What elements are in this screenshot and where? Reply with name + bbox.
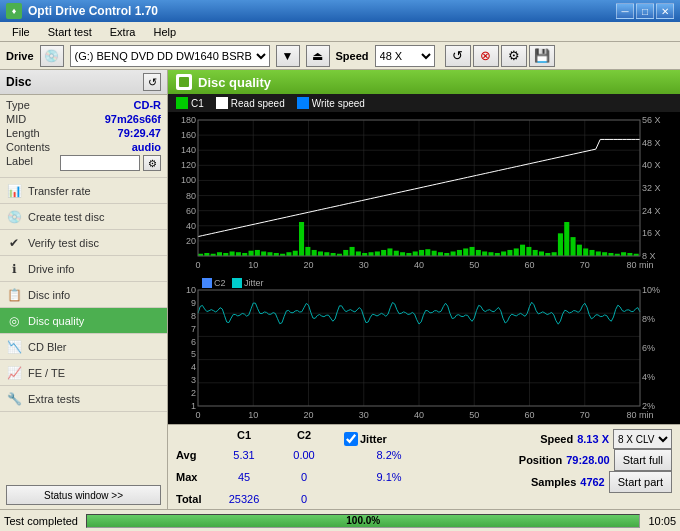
close-button[interactable]: ✕ xyxy=(656,3,674,19)
status-progress-container: 100.0% xyxy=(86,514,640,528)
disc-label-button[interactable]: ⚙ xyxy=(143,155,161,171)
sidebar-item-drive-info[interactable]: ℹ Drive info xyxy=(0,256,167,282)
stats-area: C1 C2 Jitter Speed 8.13 X 8 X CLV Avg 5.… xyxy=(168,424,680,509)
left-panel: Disc ↺ Type CD-R MID 97m26s66f Length 79… xyxy=(0,70,168,509)
verify-test-disc-icon: ✔ xyxy=(6,235,22,251)
drive-eject-button[interactable]: ⏏ xyxy=(306,45,330,67)
status-bar: Test completed 100.0% 10:05 xyxy=(0,509,680,531)
speed-stat-value: 8.13 X xyxy=(577,433,609,445)
disc-header: Disc ↺ xyxy=(0,70,167,95)
drive-icon-button[interactable]: 💿 xyxy=(40,45,64,67)
sidebar-item-cd-bler[interactable]: 📉 CD Bler xyxy=(0,334,167,360)
sidebar-item-fe-te[interactable]: 📈 FE / TE xyxy=(0,360,167,386)
stats-max-row: Max 45 0 9.1% Samples 4762 Start part xyxy=(174,471,674,493)
drive-select[interactable]: (G:) BENQ DVD DD DW1640 BSRB xyxy=(70,45,270,67)
save-icon-button[interactable]: 💾 xyxy=(529,45,555,67)
speed-label: Speed xyxy=(336,50,369,62)
stats-samples-container: Samples 4762 Start part xyxy=(434,471,672,493)
stats-position-container: Position 79:28.00 Start full xyxy=(434,449,672,471)
stats-total-c1: 25326 xyxy=(214,493,274,505)
chart-legend: C1 Read speed Write speed xyxy=(168,94,680,112)
title-bar: ♦ Opti Drive Control 1.70 ─ □ ✕ xyxy=(0,0,680,22)
status-window-button[interactable]: Status window >> xyxy=(6,485,161,505)
disc-info-icon: 📋 xyxy=(6,287,22,303)
top-chart-container xyxy=(168,112,680,274)
stats-col1-header: C1 xyxy=(214,429,274,449)
legend-c1: C1 xyxy=(176,97,204,109)
disc-mid-value: 97m26s66f xyxy=(105,113,161,125)
maximize-button[interactable]: □ xyxy=(636,3,654,19)
stats-avg-row: Avg 5.31 0.00 8.2% Position 79:28.00 Sta… xyxy=(174,449,674,471)
clv-select[interactable]: 8 X CLV xyxy=(613,429,672,449)
sidebar-item-disc-info[interactable]: 📋 Disc info xyxy=(0,282,167,308)
disc-contents-key: Contents xyxy=(6,141,50,153)
sidebar-item-transfer-rate[interactable]: 📊 Transfer rate xyxy=(0,178,167,204)
disc-label-input[interactable] xyxy=(60,155,140,171)
erase-icon-button[interactable]: ⊗ xyxy=(473,45,499,67)
stats-avg-c1: 5.31 xyxy=(214,449,274,471)
create-test-disc-label: Create test disc xyxy=(28,211,104,223)
drive-bar: Drive 💿 (G:) BENQ DVD DD DW1640 BSRB ▼ ⏏… xyxy=(0,42,680,70)
cd-bler-label: CD Bler xyxy=(28,341,67,353)
stats-total-row: Total 25326 0 xyxy=(174,493,674,505)
legend-c1-label: C1 xyxy=(191,98,204,109)
window-controls: ─ □ ✕ xyxy=(616,3,674,19)
legend-read-speed-label: Read speed xyxy=(231,98,285,109)
drive-refresh-button[interactable]: ▼ xyxy=(276,45,300,67)
chart-header-icon xyxy=(176,74,192,90)
main-layout: Disc ↺ Type CD-R MID 97m26s66f Length 79… xyxy=(0,70,680,509)
start-full-button[interactable]: Start full xyxy=(614,449,672,471)
menu-file[interactable]: File xyxy=(4,24,38,40)
start-part-button[interactable]: Start part xyxy=(609,471,672,493)
disc-mid-row: MID 97m26s66f xyxy=(6,113,161,125)
cd-bler-icon: 📉 xyxy=(6,339,22,355)
disc-title: Disc xyxy=(6,75,31,89)
legend-read-speed-color xyxy=(216,97,228,109)
minimize-button[interactable]: ─ xyxy=(616,3,634,19)
disc-type-row: Type CD-R xyxy=(6,99,161,111)
right-panel: Disc quality C1 Read speed Write speed xyxy=(168,70,680,509)
stats-avg-jitter: 8.2% xyxy=(344,449,434,471)
menu-start-test[interactable]: Start test xyxy=(40,24,100,40)
disc-label-row: Label ⚙ xyxy=(6,155,161,171)
nav-items: 📊 Transfer rate 💿 Create test disc ✔ Ver… xyxy=(0,178,167,481)
drive-info-label: Drive info xyxy=(28,263,74,275)
position-value: 79:28.00 xyxy=(566,454,609,466)
menu-extra[interactable]: Extra xyxy=(102,24,144,40)
settings-icon-button[interactable]: ⚙ xyxy=(501,45,527,67)
position-label: Position xyxy=(519,454,562,466)
disc-contents-row: Contents audio xyxy=(6,141,161,153)
sidebar-item-create-test-disc[interactable]: 💿 Create test disc xyxy=(0,204,167,230)
stats-avg-c2: 0.00 xyxy=(274,449,334,471)
speed-select[interactable]: 48 X xyxy=(375,45,435,67)
disc-info-label: Disc info xyxy=(28,289,70,301)
legend-write-speed-label: Write speed xyxy=(312,98,365,109)
legend-write-speed: Write speed xyxy=(297,97,365,109)
stats-max-label: Max xyxy=(176,471,214,493)
sidebar-item-disc-quality[interactable]: ◎ Disc quality xyxy=(0,308,167,334)
refresh-icon-button[interactable]: ↺ xyxy=(445,45,471,67)
disc-refresh-button[interactable]: ↺ xyxy=(143,73,161,91)
disc-quality-label: Disc quality xyxy=(28,315,84,327)
sidebar-item-verify-test-disc[interactable]: ✔ Verify test disc xyxy=(0,230,167,256)
menu-bar: File Start test Extra Help xyxy=(0,22,680,42)
disc-mid-key: MID xyxy=(6,113,26,125)
stats-total-label: Total xyxy=(176,493,214,505)
sidebar-item-extra-tests[interactable]: 🔧 Extra tests xyxy=(0,386,167,412)
stats-max-c1: 45 xyxy=(214,471,274,493)
extra-tests-icon: 🔧 xyxy=(6,391,22,407)
stats-jitter-header: Jitter xyxy=(344,429,434,449)
fe-te-icon: 📈 xyxy=(6,365,22,381)
verify-test-disc-label: Verify test disc xyxy=(28,237,99,249)
status-time: 10:05 xyxy=(648,515,676,527)
stats-header-row: C1 C2 Jitter Speed 8.13 X 8 X CLV xyxy=(174,429,674,449)
app-icon: ♦ xyxy=(6,3,22,19)
bottom-chart-container xyxy=(168,274,680,424)
stats-col2-header: C2 xyxy=(274,429,334,449)
extra-tests-label: Extra tests xyxy=(28,393,80,405)
jitter-checkbox[interactable] xyxy=(344,432,358,446)
status-text: Test completed xyxy=(4,515,78,527)
menu-help[interactable]: Help xyxy=(145,24,184,40)
speed-stat-label: Speed xyxy=(540,433,573,445)
legend-write-speed-color xyxy=(297,97,309,109)
